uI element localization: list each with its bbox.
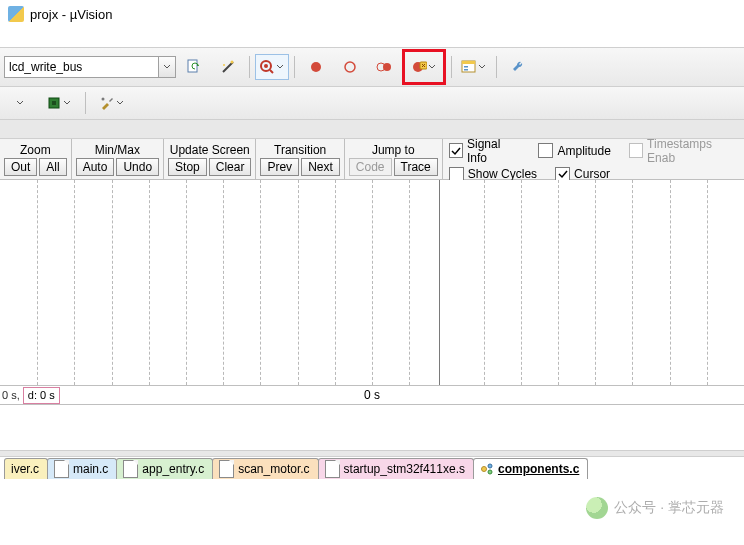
show-cycles-label: Show Cycles bbox=[468, 167, 537, 181]
tools-icon bbox=[99, 95, 115, 111]
time-left-ghost: 0 s, bbox=[0, 389, 23, 401]
prev-button[interactable]: Prev bbox=[260, 158, 299, 176]
options-group: Signal Info Amplitude Timestamps Enab Sh… bbox=[443, 139, 744, 179]
signal-info-checkbox[interactable]: Signal Info bbox=[449, 137, 521, 165]
zoom-all-button[interactable]: All bbox=[39, 158, 66, 176]
chevron-down-icon bbox=[62, 99, 72, 107]
file-icon bbox=[123, 460, 138, 478]
window-layout-icon bbox=[461, 59, 477, 75]
lower-blank bbox=[0, 405, 744, 450]
jump-group: Jump to Code Trace bbox=[345, 139, 443, 179]
jump-label: Jump to bbox=[372, 142, 415, 158]
watermark: 公众号 · 掌芯元器 bbox=[586, 497, 724, 519]
separator bbox=[85, 92, 86, 114]
time-delta-box: d: 0 s bbox=[23, 387, 60, 404]
minmax-label: Min/Max bbox=[95, 142, 140, 158]
minmax-group: Min/Max Auto Undo bbox=[72, 139, 164, 179]
update-group: Update Screen Stop Clear bbox=[164, 139, 256, 179]
file-tab[interactable]: main.c bbox=[47, 458, 117, 479]
stop-button[interactable]: Stop bbox=[168, 158, 207, 176]
symbol-combo-value: lcd_write_bus bbox=[5, 60, 158, 74]
next-button[interactable]: Next bbox=[301, 158, 340, 176]
toolbar-secondary bbox=[0, 87, 744, 120]
svg-rect-13 bbox=[464, 66, 468, 68]
chevron-down-icon bbox=[163, 63, 171, 71]
target-dropdown[interactable] bbox=[4, 90, 36, 116]
symbol-combo-dropdown[interactable] bbox=[158, 57, 175, 77]
svg-point-18 bbox=[481, 467, 486, 472]
breakpoint-red-icon bbox=[309, 60, 323, 74]
watermark-text: 公众号 · 掌芯元器 bbox=[614, 499, 724, 517]
file-tab-label: iver.c bbox=[11, 462, 39, 476]
refresh-button[interactable] bbox=[178, 54, 210, 80]
svg-point-20 bbox=[488, 470, 492, 474]
auto-button[interactable]: Auto bbox=[76, 158, 115, 176]
waveform-canvas[interactable] bbox=[0, 180, 744, 386]
clear-button[interactable]: Clear bbox=[209, 158, 252, 176]
svg-point-6 bbox=[345, 62, 355, 72]
jump-trace-button[interactable]: Trace bbox=[394, 158, 438, 176]
breakpoint-toggle-button[interactable] bbox=[368, 54, 400, 80]
window-layout-button[interactable] bbox=[457, 54, 491, 80]
toolbar-main: lcd_write_bus bbox=[0, 47, 744, 87]
file-tab[interactable]: scan_motor.c bbox=[212, 458, 318, 479]
time-center: 0 s bbox=[364, 388, 380, 402]
svg-point-2 bbox=[223, 64, 225, 66]
zoom-group: Zoom Out All bbox=[0, 139, 72, 179]
cursor-label: Cursor bbox=[574, 167, 610, 181]
logic-analyzer-toolbar: Zoom Out All Min/Max Auto Undo Update Sc… bbox=[0, 139, 744, 180]
editor-tabs: iver.c main.c app_entry.c scan_motor.c s… bbox=[0, 457, 744, 479]
chevron-down-icon bbox=[427, 63, 437, 71]
chevron-down-icon bbox=[115, 99, 125, 107]
svg-point-17 bbox=[102, 98, 105, 101]
file-tab-label: main.c bbox=[73, 462, 108, 476]
breakpoint-delete-icon bbox=[411, 59, 427, 75]
time-ruler: 0 s, d: 0 s 0 s bbox=[0, 386, 744, 405]
debug-button[interactable] bbox=[255, 54, 289, 80]
breakpoint-disable-button[interactable] bbox=[334, 54, 366, 80]
amplitude-label: Amplitude bbox=[557, 144, 610, 158]
file-tab-active[interactable]: components.c bbox=[473, 458, 588, 479]
timestamps-label: Timestamps Enab bbox=[647, 137, 738, 165]
file-tab[interactable]: iver.c bbox=[4, 458, 48, 479]
document-refresh-icon bbox=[186, 59, 202, 75]
breakpoint-hollow-icon bbox=[343, 60, 357, 74]
file-tab[interactable]: app_entry.c bbox=[116, 458, 213, 479]
breakpoint-insert-button[interactable] bbox=[300, 54, 332, 80]
separator bbox=[496, 56, 497, 78]
board-button[interactable] bbox=[42, 90, 76, 116]
menubar-area bbox=[0, 29, 744, 47]
file-tab-label: startup_stm32f411xe.s bbox=[344, 462, 465, 476]
svg-point-4 bbox=[264, 64, 268, 68]
signal-info-label: Signal Info bbox=[467, 137, 520, 165]
transition-group: Transition Prev Next bbox=[256, 139, 344, 179]
undo-button[interactable]: Undo bbox=[116, 158, 159, 176]
magnifier-debug-icon bbox=[259, 59, 275, 75]
transition-label: Transition bbox=[274, 142, 326, 158]
file-icon bbox=[54, 460, 69, 478]
svg-rect-16 bbox=[52, 101, 56, 105]
highlighted-button-group bbox=[402, 49, 446, 85]
jump-code-button: Code bbox=[349, 158, 392, 176]
file-tab-label: scan_motor.c bbox=[238, 462, 309, 476]
splitter[interactable] bbox=[0, 450, 744, 457]
file-tab-label: app_entry.c bbox=[142, 462, 204, 476]
symbol-combo[interactable]: lcd_write_bus bbox=[4, 56, 176, 78]
tools-button[interactable] bbox=[95, 90, 129, 116]
configure-button[interactable] bbox=[502, 54, 534, 80]
file-tab[interactable]: startup_stm32f411xe.s bbox=[318, 458, 474, 479]
chevron-down-icon bbox=[477, 63, 487, 71]
wrench-icon bbox=[510, 59, 526, 75]
breakpoint-kill-button[interactable] bbox=[407, 54, 441, 80]
svg-point-19 bbox=[488, 464, 492, 468]
wand-button[interactable] bbox=[212, 54, 244, 80]
svg-rect-12 bbox=[462, 61, 475, 64]
breakpoint-pair-icon bbox=[376, 60, 392, 74]
separator bbox=[249, 56, 250, 78]
amplitude-checkbox[interactable]: Amplitude bbox=[538, 143, 610, 158]
separator bbox=[451, 56, 452, 78]
file-tab-label: components.c bbox=[498, 462, 579, 476]
component-icon bbox=[480, 462, 494, 476]
file-icon bbox=[325, 460, 340, 478]
zoom-out-button[interactable]: Out bbox=[4, 158, 37, 176]
